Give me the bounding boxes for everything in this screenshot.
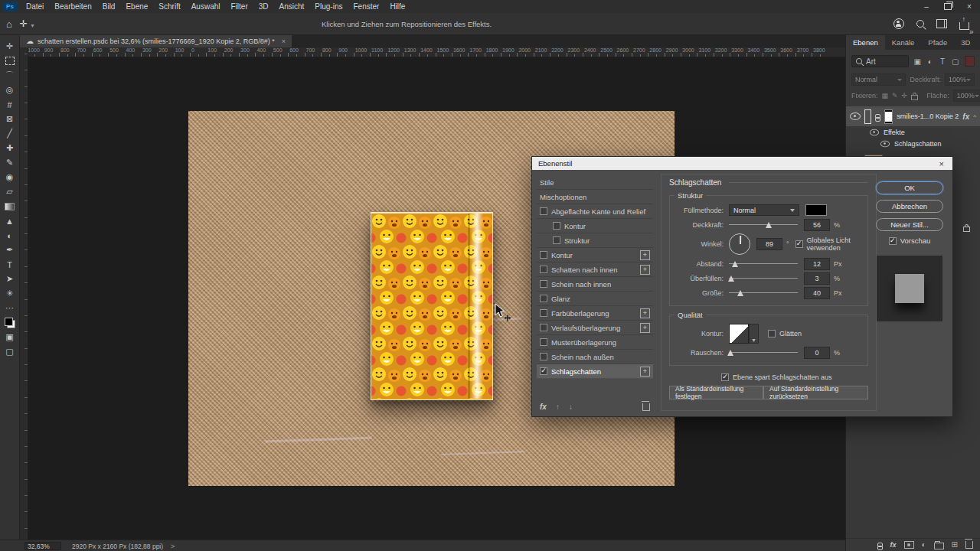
sharpen-tool[interactable]: ▲ bbox=[2, 214, 18, 228]
menu-hilfe[interactable]: Hilfe bbox=[384, 0, 410, 13]
angle-value[interactable]: 89 bbox=[756, 238, 782, 250]
add-mask-icon[interactable] bbox=[904, 541, 914, 549]
slider-thumb[interactable] bbox=[737, 290, 743, 296]
panel-tab-3d[interactable]: 3D bbox=[954, 34, 977, 50]
style-item-farb-berlagerung[interactable]: Farbüberlagerung+ bbox=[537, 306, 653, 321]
shadow-color-swatch[interactable] bbox=[805, 204, 827, 216]
quick-mask-mode[interactable]: ▣ bbox=[2, 330, 18, 344]
layer-search-input[interactable]: Art bbox=[851, 55, 909, 67]
minimize-button[interactable]: – bbox=[916, 0, 937, 13]
layer-visibility-icon[interactable] bbox=[850, 112, 861, 120]
tab-close-icon[interactable]: × bbox=[282, 37, 286, 45]
account-icon[interactable] bbox=[893, 18, 904, 29]
drop-shadow-effect-row[interactable]: Schlagschatten bbox=[846, 138, 980, 149]
opacity-select[interactable]: 100% bbox=[945, 73, 975, 86]
style-item-verlaufs-berlagerung[interactable]: Verlaufsüberlagerung+ bbox=[537, 321, 653, 335]
new-style-button[interactable]: Neuer Stil... bbox=[876, 218, 943, 231]
clone-stamp-tool[interactable]: ◉ bbox=[2, 170, 18, 184]
move-effect-up-icon[interactable]: ↑ bbox=[556, 403, 560, 411]
size-slider[interactable] bbox=[729, 289, 798, 297]
noise-value[interactable]: 0 bbox=[804, 347, 830, 359]
workspace-icon[interactable] bbox=[936, 19, 947, 28]
knockout-checkbox[interactable] bbox=[721, 373, 729, 381]
foreground-color[interactable] bbox=[5, 318, 13, 326]
style-checkbox-farb-berlagerung[interactable] bbox=[540, 309, 547, 317]
eyedropper-tool[interactable]: ╱ bbox=[2, 126, 18, 141]
style-item-schlagschatten[interactable]: Schlagschatten+ bbox=[537, 364, 653, 379]
style-checkbox-muster-berlagerung[interactable] bbox=[540, 338, 547, 346]
blend-mode-select[interactable]: Normal bbox=[851, 73, 906, 86]
menu-bearbeiten[interactable]: Bearbeiten bbox=[49, 0, 96, 13]
healing-brush-tool[interactable]: ✚ bbox=[2, 141, 18, 155]
add-adjustment-icon[interactable]: ◐ bbox=[922, 540, 926, 549]
link-layers-icon[interactable] bbox=[877, 543, 883, 547]
blend-mode-select[interactable]: Normal bbox=[729, 204, 799, 216]
collapse-panels-icon[interactable]: » bbox=[969, 28, 974, 36]
add-instance-icon[interactable]: + bbox=[640, 323, 650, 333]
add-instance-icon[interactable]: + bbox=[640, 308, 650, 318]
style-checkbox-schlagschatten[interactable] bbox=[540, 367, 547, 375]
menu-filter[interactable]: Filter bbox=[226, 0, 253, 13]
add-effect-icon[interactable]: fx bbox=[540, 403, 547, 411]
move-effect-down-icon[interactable]: ↓ bbox=[569, 403, 573, 411]
dodge-tool[interactable]: ◐ bbox=[2, 228, 18, 243]
menu-ebene[interactable]: Ebene bbox=[120, 0, 153, 13]
home-icon[interactable]: ⌂ bbox=[6, 18, 12, 30]
lock-pixels-icon[interactable]: ✎ bbox=[892, 92, 898, 99]
style-item-schein-nach-innen[interactable]: Schein nach innen bbox=[537, 277, 653, 292]
spread-slider[interactable] bbox=[729, 274, 798, 282]
style-item-schatten-nach-innen[interactable]: Schatten nach innen+ bbox=[537, 262, 653, 277]
gradient-tool[interactable] bbox=[2, 199, 18, 214]
frame-tool[interactable]: ⊠ bbox=[2, 112, 18, 126]
path-selection-tool[interactable]: ➤ bbox=[2, 272, 18, 286]
style-checkbox-schein-nach-innen[interactable] bbox=[540, 280, 547, 288]
angle-dial[interactable] bbox=[729, 233, 750, 255]
effect-visibility-icon[interactable] bbox=[880, 140, 890, 147]
style-checkbox-schein-nach-au-en[interactable] bbox=[540, 353, 547, 360]
mask-link-icon[interactable] bbox=[875, 114, 880, 119]
style-checkbox-kontur[interactable] bbox=[553, 222, 560, 230]
make-default-button[interactable]: Als Standardeinstellung festlegen bbox=[669, 386, 763, 399]
add-instance-icon[interactable]: + bbox=[640, 265, 650, 275]
layer-row-smilies[interactable]: smilies-1...0 Kopie 2 fx ^ bbox=[846, 106, 980, 126]
style-item-muster-berlagerung[interactable]: Musterüberlagerung bbox=[537, 335, 653, 350]
move-tool[interactable]: ✛ bbox=[2, 39, 18, 54]
add-layer-style-icon[interactable]: fx bbox=[890, 541, 897, 549]
search-icon[interactable] bbox=[916, 20, 924, 28]
lock-all-icon[interactable] bbox=[911, 95, 918, 100]
ok-button[interactable]: OK bbox=[876, 181, 943, 194]
style-checkbox-kontur[interactable] bbox=[540, 251, 547, 259]
menu-schrift[interactable]: Schrift bbox=[153, 0, 185, 13]
menu-3d[interactable]: 3D bbox=[253, 0, 274, 13]
layer-name[interactable]: smilies-1...0 Kopie 2 bbox=[897, 112, 959, 120]
status-options-arrow[interactable]: > bbox=[171, 543, 175, 550]
size-value[interactable]: 40 bbox=[804, 287, 830, 299]
lasso-tool[interactable]: ⌒ bbox=[2, 68, 18, 83]
more-tools[interactable]: ⋯ bbox=[2, 301, 18, 315]
slider-thumb[interactable] bbox=[727, 350, 733, 356]
custom-shape-tool[interactable]: ✳ bbox=[2, 286, 18, 301]
restore-button[interactable] bbox=[937, 0, 959, 13]
opacity-value[interactable]: 56 bbox=[804, 219, 830, 231]
dialog-close-icon[interactable]: × bbox=[937, 159, 946, 168]
style-item-kontur[interactable]: Kontur+ bbox=[537, 248, 653, 262]
style-item-glanz[interactable]: Glanz bbox=[537, 292, 653, 306]
share-icon[interactable] bbox=[959, 22, 969, 30]
style-checkbox-verlaufs-berlagerung[interactable] bbox=[540, 324, 547, 331]
menu-bild[interactable]: Bild bbox=[97, 0, 121, 13]
layer-filter-toggle[interactable] bbox=[965, 56, 975, 67]
layer-mask-thumbnail[interactable] bbox=[884, 109, 893, 124]
zoom-level-field[interactable]: 32,63% bbox=[24, 542, 61, 550]
layer-effects-badge[interactable]: fx bbox=[962, 112, 969, 121]
filter-shape-layers-icon[interactable]: ▢ bbox=[951, 57, 960, 66]
style-item-schein-nach-au-en[interactable]: Schein nach außen bbox=[537, 350, 653, 364]
filter-adjustment-layers-icon[interactable]: ◐ bbox=[926, 57, 935, 66]
cancel-button[interactable]: Abbrechen bbox=[876, 200, 943, 213]
pen-tool[interactable]: ✒ bbox=[2, 243, 18, 257]
slider-thumb[interactable] bbox=[766, 222, 772, 228]
preview-checkbox[interactable] bbox=[889, 237, 897, 245]
distance-slider[interactable] bbox=[729, 259, 798, 268]
style-item-abgeflachte-kante-und-relief[interactable]: Abgeflachte Kante und Relief bbox=[537, 204, 653, 219]
add-instance-icon[interactable]: + bbox=[640, 367, 650, 377]
add-instance-icon[interactable]: + bbox=[640, 250, 650, 260]
